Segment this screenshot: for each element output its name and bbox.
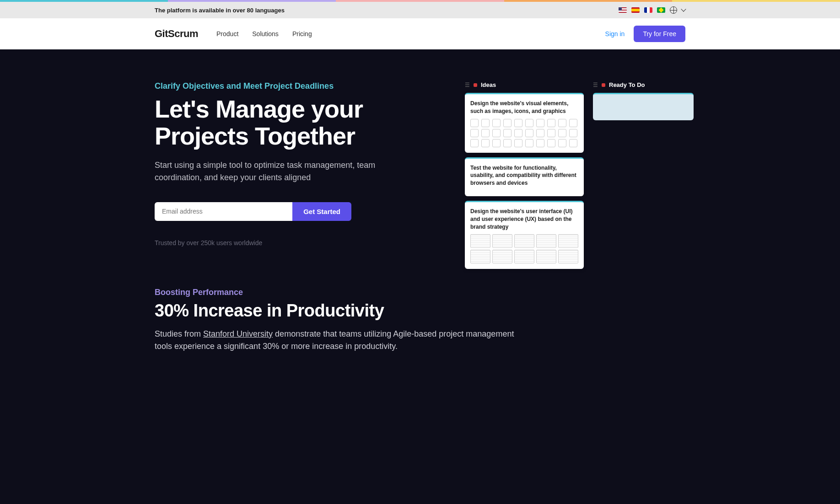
rainbow-accent-bar (0, 0, 840, 2)
email-input[interactable] (155, 202, 292, 221)
nav-links: Product Solutions Pricing (216, 30, 312, 38)
get-started-button[interactable]: Get Started (292, 202, 351, 221)
card-text: Design the website's visual elements, su… (470, 100, 578, 115)
board-column-ready: ☰ Ready To Do (593, 81, 694, 120)
nav-link-solutions[interactable]: Solutions (252, 30, 279, 38)
section-title: 30% Increase in Productivity (155, 301, 685, 321)
flag-br-icon[interactable] (657, 7, 665, 13)
productivity-section: Boosting Performance 30% Increase in Pro… (0, 274, 840, 380)
flag-es-icon[interactable] (631, 7, 640, 13)
hero-title: Let's Manage your Projects Together (155, 96, 447, 150)
column-title: Ideas (481, 81, 496, 88)
board-card-empty[interactable] (593, 93, 694, 120)
card-text: Design the website's user interface (UI)… (470, 208, 578, 231)
section-text: Studies from Stanford University demonst… (155, 328, 521, 353)
icon-grid-preview (470, 119, 578, 147)
globe-icon[interactable] (670, 6, 677, 14)
card-text: Test the website for functionality, usab… (470, 164, 578, 187)
language-selector[interactable] (619, 6, 685, 14)
wireframe-preview (470, 234, 578, 263)
column-color-dot (474, 83, 477, 87)
stanford-link[interactable]: Stanford University (203, 329, 273, 338)
hero-subtitle: Start using a simple tool to optimize ta… (155, 159, 402, 184)
column-menu-icon: ☰ (465, 82, 470, 88)
nav-link-pricing[interactable]: Pricing (292, 30, 312, 38)
trusted-text: Trusted by over 250k users worldwide (155, 239, 447, 247)
board-card[interactable]: Test the website for functionality, usab… (465, 157, 584, 196)
signin-link[interactable]: Sign in (605, 30, 625, 38)
announcement-text: The platform is available in over 80 lan… (155, 7, 285, 14)
hero-section: Clarify Objectives and Meet Project Dead… (0, 49, 840, 274)
board-card[interactable]: Design the website's user interface (UI)… (465, 201, 584, 269)
try-for-free-button[interactable]: Try for Free (634, 26, 685, 42)
flag-fr-icon[interactable] (644, 7, 652, 13)
nav-link-product[interactable]: Product (216, 30, 238, 38)
section-eyebrow: Boosting Performance (155, 288, 685, 297)
column-title: Ready To Do (609, 81, 645, 88)
hero-illustration: ☰ Ideas Design the website's visual elem… (465, 81, 704, 247)
main-navbar: GitScrum Product Solutions Pricing Sign … (0, 18, 840, 49)
email-signup-form: Get Started (155, 202, 351, 221)
chevron-down-icon[interactable] (681, 6, 686, 11)
hero-eyebrow: Clarify Objectives and Meet Project Dead… (155, 81, 447, 91)
board-card[interactable]: Design the website's visual elements, su… (465, 93, 584, 153)
board-column-ideas: ☰ Ideas Design the website's visual elem… (465, 81, 584, 273)
column-color-dot (602, 83, 605, 87)
logo[interactable]: GitScrum (155, 28, 198, 40)
announcement-bar: The platform is available in over 80 lan… (0, 2, 840, 18)
flag-us-icon[interactable] (619, 7, 627, 13)
column-menu-icon: ☰ (593, 82, 598, 88)
